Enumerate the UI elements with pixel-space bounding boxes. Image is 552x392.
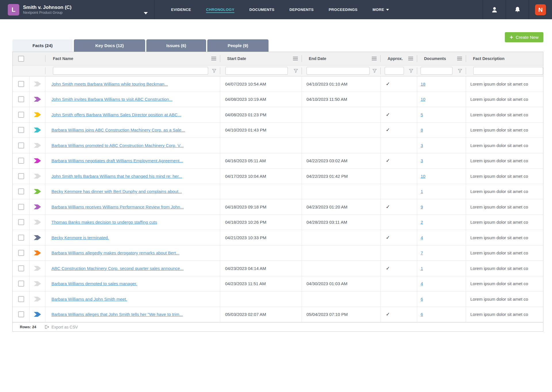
fact-name-link[interactable]: Barbara Williams alleges that John Smith… bbox=[45, 312, 183, 317]
column-label-description[interactable]: Fact Description bbox=[466, 56, 505, 61]
column-label-documents[interactable]: Documents bbox=[417, 56, 446, 61]
documents-count-link[interactable]: 7 bbox=[417, 250, 423, 255]
row-flag-cell bbox=[30, 276, 45, 291]
notifications-button[interactable] bbox=[506, 0, 529, 19]
nav-item-evidence[interactable]: EVIDENCE bbox=[171, 7, 191, 12]
tab-people[interactable]: People (9) bbox=[207, 39, 269, 52]
fact-name-link[interactable]: Barbara Williams negotiates draft Willia… bbox=[45, 158, 183, 163]
row-checkbox[interactable] bbox=[18, 96, 24, 102]
fact-name-link[interactable]: Barbara Williams promoted to ABC Constru… bbox=[45, 143, 184, 148]
case-selector[interactable]: L Smith v. Johnson (C) Nextpoint Product… bbox=[0, 4, 154, 16]
row-checkbox[interactable] bbox=[18, 81, 24, 87]
row-checkbox[interactable] bbox=[18, 204, 24, 210]
column-menu-icon[interactable] bbox=[293, 57, 298, 61]
fact-name-link[interactable]: John Smith meets Barbara Williams while … bbox=[45, 82, 168, 86]
select-all-checkbox[interactable] bbox=[18, 56, 24, 62]
fact-name-link[interactable]: Becky Kenmore has dinner with Bert Dunph… bbox=[45, 189, 182, 194]
filter-input-description[interactable] bbox=[473, 67, 543, 75]
filter-funnel-icon[interactable] bbox=[409, 69, 413, 73]
documents-count-link[interactable]: 4 bbox=[417, 281, 423, 286]
documents-count-link[interactable]: 4 bbox=[417, 235, 423, 240]
documents-count-link[interactable]: 10 bbox=[417, 97, 425, 102]
column-label-approx[interactable]: Approx. bbox=[381, 56, 403, 61]
header-cell-documents: Documents bbox=[417, 52, 466, 65]
fact-name-link[interactable]: Barbara Williams and John Smith meet. bbox=[45, 297, 127, 302]
user-account-button[interactable] bbox=[483, 0, 506, 19]
row-flag-cell bbox=[30, 230, 45, 245]
nav-item-proceedings[interactable]: PROCEEDINGS bbox=[329, 7, 357, 12]
fact-name-link[interactable]: ABC Construction Machinery Corp. second … bbox=[45, 266, 183, 271]
filter-input-approx[interactable] bbox=[385, 67, 404, 75]
tab-issues[interactable]: Issues (6) bbox=[146, 39, 206, 52]
header-cell-fact-name: Fact Name bbox=[45, 52, 220, 65]
row-checkbox[interactable] bbox=[18, 142, 24, 148]
fact-name-link[interactable]: Barbara Williams receives Williams Perfo… bbox=[45, 204, 184, 209]
fact-description-cell: Lorem ipsum dolor sit amet co bbox=[466, 123, 543, 138]
row-checkbox[interactable] bbox=[18, 127, 24, 133]
row-checkbox[interactable] bbox=[18, 112, 24, 118]
fact-name-link[interactable]: Thomas Banks makes decision to undergo s… bbox=[45, 220, 157, 225]
column-menu-icon[interactable] bbox=[372, 57, 377, 61]
column-menu-icon[interactable] bbox=[457, 57, 462, 61]
fact-name-link[interactable]: Barbara Williams allegedly makes derogat… bbox=[45, 250, 179, 255]
documents-count-link[interactable]: 6 bbox=[417, 312, 423, 317]
column-label-start-date[interactable]: Start Date bbox=[220, 56, 246, 61]
column-label-fact-name[interactable]: Fact Name bbox=[45, 56, 73, 61]
documents-count-link[interactable]: 3 bbox=[417, 143, 423, 148]
row-checkbox[interactable] bbox=[18, 296, 24, 302]
filter-input-end-date[interactable] bbox=[306, 67, 370, 75]
documents-cell: 3 bbox=[417, 138, 466, 153]
column-label-end-date[interactable]: End Date bbox=[302, 56, 326, 61]
row-checkbox[interactable] bbox=[18, 265, 24, 271]
filter-funnel-icon[interactable] bbox=[294, 69, 298, 73]
fact-name-link[interactable]: John Smith invites Barbara Williams to v… bbox=[45, 97, 172, 102]
documents-count-link[interactable]: 9 bbox=[417, 204, 423, 209]
documents-count-link[interactable]: 8 bbox=[417, 128, 423, 132]
tab-facts[interactable]: Facts (24) bbox=[12, 39, 73, 52]
filter-input-fact-name[interactable] bbox=[53, 67, 208, 75]
start-date-value: 04/23/2023 04:14 AM bbox=[220, 266, 266, 271]
row-checkbox[interactable] bbox=[18, 219, 24, 225]
fact-name-link[interactable]: Becky Kenmore is terminated. bbox=[45, 235, 109, 240]
export-csv-button[interactable]: Export as CSV bbox=[44, 325, 78, 329]
filter-funnel-icon[interactable] bbox=[212, 69, 216, 73]
row-checkbox[interactable] bbox=[18, 173, 24, 179]
documents-count-link[interactable]: 3 bbox=[417, 158, 423, 163]
end-date-value: 04/10/2023 01:10 AM bbox=[302, 82, 348, 86]
fact-description-value: Lorem ipsum dolor sit amet co bbox=[466, 312, 528, 317]
documents-count-link[interactable]: 1 bbox=[417, 266, 423, 271]
documents-count-link[interactable]: 18 bbox=[417, 82, 425, 86]
filter-input-documents[interactable] bbox=[421, 67, 453, 75]
nav-item-documents[interactable]: DOCUMENTS bbox=[249, 7, 274, 12]
nav-item-chronology[interactable]: CHRONOLOGY bbox=[206, 7, 235, 12]
documents-count-link[interactable]: 1 bbox=[417, 189, 423, 194]
start-date-cell: 04/23/2023 04:14 AM bbox=[220, 261, 302, 276]
row-checkbox[interactable] bbox=[18, 281, 24, 287]
row-checkbox[interactable] bbox=[18, 235, 24, 241]
row-checkbox[interactable] bbox=[18, 158, 24, 164]
filter-funnel-icon[interactable] bbox=[458, 69, 462, 73]
fact-name-link[interactable]: Barbara Williams joins ABC Construction … bbox=[45, 128, 185, 132]
fact-name-link[interactable]: John Smith offers Barbara Williams Sales… bbox=[45, 112, 181, 117]
column-menu-icon[interactable] bbox=[408, 57, 413, 61]
case-switcher-caret-icon[interactable] bbox=[144, 12, 148, 14]
row-checkbox[interactable] bbox=[18, 250, 24, 256]
filter-funnel-icon[interactable] bbox=[372, 69, 377, 73]
row-checkbox[interactable] bbox=[18, 311, 24, 317]
row-flag-cell bbox=[30, 199, 45, 215]
fact-description-value: Lorem ipsum dolor sit amet co bbox=[466, 158, 528, 163]
documents-count-link[interactable]: 10 bbox=[417, 174, 425, 179]
nav-item-more[interactable]: MORE bbox=[373, 7, 389, 12]
fact-name-link[interactable]: John Smith tells Barbara Williams that h… bbox=[45, 174, 182, 179]
tab-key[interactable]: Key Docs (12) bbox=[74, 39, 145, 52]
fact-name-link[interactable]: Barbara Williams demoted to sales manage… bbox=[45, 281, 137, 286]
documents-count-link[interactable]: 2 bbox=[417, 220, 423, 225]
create-new-button[interactable]: + Create New bbox=[505, 32, 543, 42]
nav-item-deponents[interactable]: DEPONENTS bbox=[290, 7, 314, 12]
filter-input-start-date[interactable] bbox=[225, 67, 288, 75]
nextpoint-logo[interactable]: N bbox=[535, 4, 546, 15]
documents-count-link[interactable]: 6 bbox=[417, 297, 423, 302]
documents-count-link[interactable]: 5 bbox=[417, 112, 423, 117]
row-checkbox[interactable] bbox=[18, 188, 24, 194]
column-menu-icon[interactable] bbox=[211, 57, 216, 61]
